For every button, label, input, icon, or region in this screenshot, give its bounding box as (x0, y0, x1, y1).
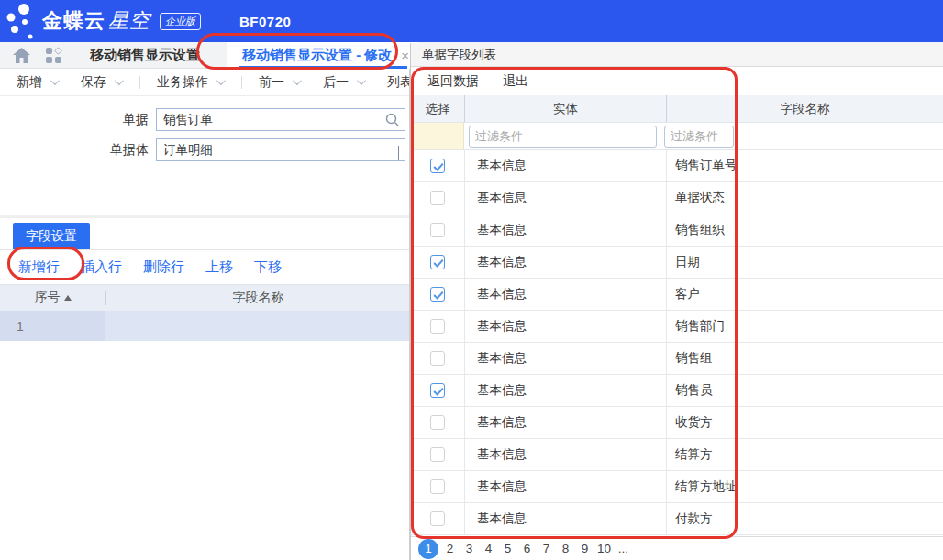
field-name-cell[interactable]: 付款方 (667, 503, 943, 534)
page-button[interactable]: 1 (418, 539, 438, 559)
entity-cell[interactable]: 基本信息 (464, 375, 667, 406)
insert-row-button[interactable]: 插入行 (81, 258, 122, 276)
tab-mobile-sales-display-edit[interactable]: 移动销售显示设置 - 修改 × (227, 42, 418, 69)
field-name-cell[interactable]: 日期 (667, 247, 943, 278)
new-button[interactable]: 新增 (17, 74, 57, 91)
row-checkbox[interactable] (430, 415, 445, 430)
page-button[interactable]: 8 (556, 542, 575, 555)
field-name-cell[interactable] (105, 311, 410, 341)
entity-cell[interactable]: 基本信息 (464, 311, 667, 342)
add-row-button[interactable]: 新增行 (18, 258, 60, 276)
row-checkbox[interactable] (430, 351, 445, 366)
entity-cell[interactable]: 基本信息 (464, 407, 667, 438)
entity-filter-input[interactable] (469, 126, 657, 148)
tab-mobile-sales-display[interactable]: 移动销售显示设置 (73, 42, 216, 69)
save-button[interactable]: 保存 (81, 74, 121, 91)
field-name-cell[interactable]: 销售组织 (667, 214, 943, 246)
field-list-row[interactable]: 基本信息 销售组织 (411, 214, 943, 247)
field-name-cell[interactable]: 客户 (667, 279, 943, 310)
pagination: 1 2 3 4 5 6 7 8 9 10 ... (411, 536, 943, 560)
page-button[interactable]: 10 (594, 542, 614, 555)
page-button[interactable]: 2 (440, 542, 460, 555)
exit-button[interactable]: 退出 (503, 73, 528, 90)
chevron-down-icon (115, 76, 124, 85)
column-seq[interactable]: 序号 (0, 290, 105, 306)
field-name-cell[interactable]: 收货方 (667, 407, 943, 438)
field-list-row[interactable]: 基本信息 日期 (411, 247, 943, 279)
field-list-row[interactable]: 基本信息 结算方 (411, 439, 943, 471)
filter-row (411, 123, 943, 150)
field-list-row[interactable]: 基本信息 付款方 (411, 503, 943, 535)
field-name-cell[interactable]: 销售组 (667, 343, 943, 374)
entity-cell[interactable]: 基本信息 (464, 150, 667, 181)
return-data-button[interactable]: 返回数据 (427, 73, 479, 90)
chevron-down-icon (50, 76, 60, 85)
page-button[interactable]: 4 (479, 542, 498, 555)
field-list-row[interactable]: 基本信息 结算方地址 (411, 471, 943, 503)
business-ops-button[interactable]: 业务操作 (157, 74, 223, 91)
entity-cell[interactable]: 基本信息 (464, 182, 667, 214)
column-select[interactable]: 选择 (411, 95, 464, 122)
page-button[interactable]: ... (614, 542, 633, 555)
row-checkbox[interactable] (430, 447, 445, 462)
row-checkbox[interactable] (430, 319, 445, 334)
field-list-row[interactable]: 基本信息 销售组 (411, 343, 943, 375)
row-checkbox[interactable] (430, 191, 445, 205)
list-view-button[interactable]: 列表 (387, 74, 410, 91)
field-name-cell[interactable]: 销售员 (667, 375, 943, 406)
chevron-down-icon[interactable] (398, 146, 399, 159)
entity-select[interactable]: 订单明细 (156, 138, 405, 161)
apps-menu-icon[interactable] (42, 43, 66, 67)
table-row-selected[interactable]: 1 (0, 311, 410, 341)
entity-cell[interactable]: 基本信息 (464, 503, 667, 534)
entity-cell[interactable]: 基本信息 (464, 214, 667, 246)
field-name-cell[interactable]: 销售部门 (667, 311, 943, 342)
field-list-row[interactable]: 基本信息 销售部门 (411, 311, 943, 343)
field-name-filter-input[interactable] (664, 126, 734, 148)
page-button[interactable]: 6 (517, 542, 537, 555)
field-name-cell[interactable]: 销售订单号 (667, 150, 943, 181)
field-list-row[interactable]: 基本信息 销售员 (411, 375, 943, 407)
page-button[interactable]: 7 (537, 542, 556, 555)
page-button[interactable]: 3 (460, 542, 479, 555)
entity-cell[interactable]: 基本信息 (464, 279, 667, 310)
row-checkbox[interactable] (430, 287, 445, 302)
row-checkbox[interactable] (430, 511, 445, 526)
move-up-button[interactable]: 上移 (205, 258, 233, 276)
edition-badge: 企业版 (160, 13, 201, 30)
field-list-row[interactable]: 基本信息 收货方 (411, 407, 943, 439)
row-checkbox[interactable] (430, 479, 445, 494)
row-checkbox[interactable] (430, 223, 445, 237)
delete-row-button[interactable]: 删除行 (143, 258, 184, 276)
search-icon[interactable] (385, 113, 399, 126)
entity-cell[interactable]: 基本信息 (464, 439, 667, 470)
column-entity[interactable]: 实体 (464, 95, 667, 122)
row-checkbox[interactable] (430, 255, 445, 269)
row-checkbox[interactable] (430, 383, 445, 398)
entity-cell[interactable]: 基本信息 (464, 343, 667, 374)
close-tab-icon[interactable]: × (401, 48, 409, 63)
panel-title: 单据字段列表 (411, 43, 943, 67)
column-field-name[interactable]: 字段名称 (667, 95, 943, 122)
column-field-name[interactable]: 字段名称 (106, 290, 410, 306)
entity-cell[interactable]: 基本信息 (464, 247, 667, 278)
page-button[interactable]: 5 (498, 542, 517, 555)
bill-lookup-input[interactable]: 销售订单 (156, 108, 405, 131)
field-list-row[interactable]: 基本信息 销售订单号 (411, 150, 943, 182)
previous-button[interactable]: 前一 (259, 74, 299, 91)
field-name-cell[interactable]: 结算方 (667, 439, 943, 470)
next-button[interactable]: 后一 (323, 74, 363, 91)
field-name-cell[interactable]: 结算方地址 (667, 471, 943, 502)
page-button[interactable]: 9 (575, 542, 594, 555)
move-down-button[interactable]: 下移 (254, 258, 282, 276)
field-name-cell[interactable]: 单据状态 (667, 182, 943, 214)
field-list-row[interactable]: 基本信息 客户 (411, 279, 943, 311)
tab-field-settings[interactable]: 字段设置 (13, 223, 90, 250)
field-list-row[interactable]: 基本信息 单据状态 (411, 182, 943, 214)
entity-cell[interactable]: 基本信息 (464, 471, 667, 502)
row-checkbox[interactable] (430, 159, 445, 173)
home-icon[interactable] (9, 43, 33, 67)
seq-cell[interactable]: 1 (0, 311, 105, 341)
bill-field-label: 单据 (0, 112, 156, 128)
brand-logo-text: 金蝶云星空 (42, 7, 150, 35)
